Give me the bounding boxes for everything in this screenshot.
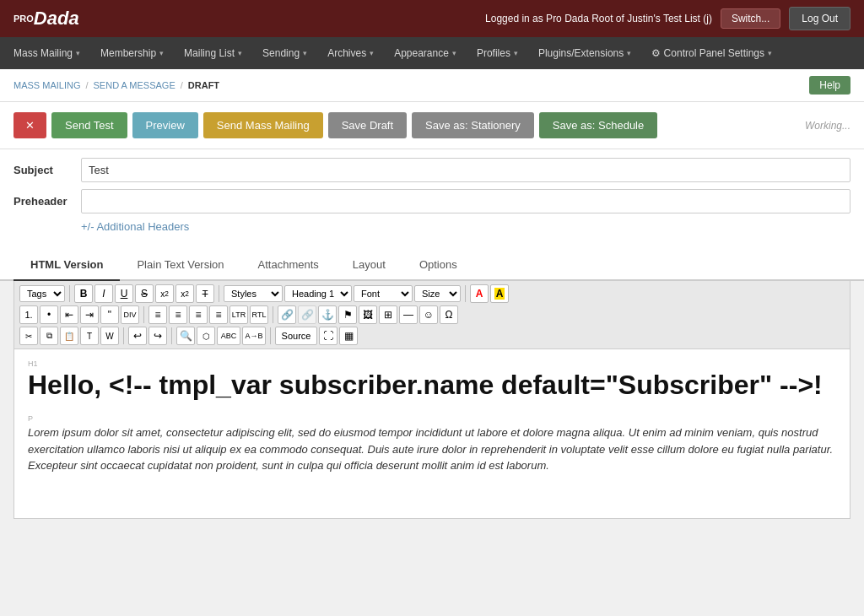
nav-mailing-list[interactable]: Mailing List ▾ <box>174 37 252 69</box>
remove-format-button[interactable]: T <box>196 284 214 303</box>
nav-archives[interactable]: Archives ▾ <box>317 37 384 69</box>
editor-content[interactable]: H1 Hello, <!-- tmpl_var subscriber.name … <box>14 349 850 518</box>
help-button[interactable]: Help <box>809 76 850 95</box>
heading-select[interactable]: Heading 1 <box>284 285 352 302</box>
nav-membership[interactable]: Membership ▾ <box>90 37 174 69</box>
text-color-button[interactable]: A <box>470 284 489 303</box>
preheader-row: Preheader <box>14 189 850 213</box>
table-button[interactable]: ⊞ <box>379 305 397 324</box>
special-char-button[interactable]: Ω <box>440 305 458 324</box>
nav-profiles[interactable]: Profiles ▾ <box>467 37 528 69</box>
chevron-down-icon: ▾ <box>452 49 456 57</box>
subject-label: Subject <box>14 164 81 176</box>
editor-heading: Hello, <!-- tmpl_var subscriber.name def… <box>28 370 836 401</box>
indent-button[interactable]: ⇥ <box>80 305 99 324</box>
tags-select[interactable]: Tags <box>19 285 65 302</box>
breadcrumb-item-mass-mailing[interactable]: MASS MAILING <box>14 80 80 90</box>
align-right-button[interactable]: ≡ <box>189 305 208 324</box>
find-button[interactable]: 🔍 <box>176 327 195 345</box>
ltr-button[interactable]: LTR <box>230 305 248 324</box>
tabs-bar: HTML Version Plain Text Version Attachme… <box>0 250 864 281</box>
paste-button[interactable]: 📋 <box>60 327 78 345</box>
nav-plugins[interactable]: Plugins/Extensions ▾ <box>528 37 641 69</box>
nav-mass-mailing[interactable]: Mass Mailing ▾ <box>3 37 90 69</box>
breadcrumb-item-send-message[interactable]: SEND A MESSAGE <box>94 80 176 90</box>
save-draft-button[interactable]: Save Draft <box>328 112 407 138</box>
styles-select[interactable]: Styles <box>224 285 283 302</box>
logo-pro: PRO <box>14 14 34 24</box>
superscript-button[interactable]: x2 <box>176 284 194 303</box>
nav-control-panel[interactable]: ⚙ Control Panel Settings ▾ <box>641 37 782 69</box>
strikethrough-button[interactable]: S <box>135 284 154 303</box>
underline-button[interactable]: U <box>115 284 133 303</box>
logout-button[interactable]: Log Out <box>789 7 850 30</box>
send-test-button[interactable]: Send Test <box>51 112 127 138</box>
unordered-list-button[interactable]: • <box>40 305 58 324</box>
subscript-button[interactable]: x2 <box>155 284 174 303</box>
preview-button[interactable]: Preview <box>132 112 198 138</box>
nav-appearance[interactable]: Appearance ▾ <box>384 37 467 69</box>
chevron-down-icon: ▾ <box>627 49 631 57</box>
size-select[interactable]: Size <box>414 285 461 302</box>
find-replace-button[interactable]: ⬡ <box>197 327 215 345</box>
redo-button[interactable]: ↪ <box>148 327 167 345</box>
paste-word-button[interactable]: W <box>100 327 119 345</box>
toolbar-row-3: ✂ ⧉ 📋 T W ↩ ↪ 🔍 ⬡ ABC A→B Source ⛶ ▦ <box>19 327 845 345</box>
replace-button[interactable]: A→B <box>242 327 266 345</box>
undo-button[interactable]: ↩ <box>128 327 147 345</box>
send-mass-mailing-button[interactable]: Send Mass Mailing <box>203 112 323 138</box>
italic-button[interactable]: I <box>94 284 113 303</box>
save-stationery-button[interactable]: Save as: Stationery <box>412 112 534 138</box>
toolbar-separator <box>270 327 271 344</box>
hr-button[interactable]: — <box>399 305 418 324</box>
tab-html-version[interactable]: HTML Version <box>14 250 120 281</box>
toolbar-separator <box>465 285 466 302</box>
blockquote-button[interactable]: " <box>100 305 119 324</box>
blocks-button[interactable]: ▦ <box>339 327 358 345</box>
image-button[interactable]: 🖼 <box>359 305 377 324</box>
align-center-button[interactable]: ≡ <box>169 305 187 324</box>
copy-button[interactable]: ⧉ <box>40 327 58 345</box>
tab-attachments[interactable]: Attachments <box>241 250 336 281</box>
align-justify-button[interactable]: ≡ <box>209 305 228 324</box>
bg-color-button[interactable]: A <box>490 284 509 303</box>
align-left-button[interactable]: ≡ <box>148 305 167 324</box>
switch-button[interactable]: Switch... <box>721 8 780 29</box>
emoji-button[interactable]: ☺ <box>419 305 438 324</box>
close-button[interactable]: ✕ <box>14 112 46 138</box>
breadcrumb: MASS MAILING / SEND A MESSAGE / DRAFT <box>14 80 219 90</box>
form-area: Subject Preheader +/- Additional Headers <box>0 149 864 250</box>
tab-options[interactable]: Options <box>402 250 474 281</box>
unlink-button[interactable]: 🔗 <box>298 305 316 324</box>
toolbar-row-2: 1. • ⇤ ⇥ " DIV ≡ ≡ ≡ ≡ LTR RTL 🔗 🔗 ⚓ ⚑ 🖼… <box>19 305 845 324</box>
fullscreen-button[interactable]: ⛶ <box>319 327 338 345</box>
logged-in-text: Logged in as Pro Dada Root of Justin's T… <box>485 13 712 24</box>
chevron-down-icon: ▾ <box>303 49 307 57</box>
font-select[interactable]: Font <box>354 285 413 302</box>
toolbar-separator <box>273 306 273 323</box>
outdent-button[interactable]: ⇤ <box>60 305 78 324</box>
div-button[interactable]: DIV <box>121 305 139 324</box>
additional-headers-toggle[interactable]: +/- Additional Headers <box>81 220 850 233</box>
ordered-list-button[interactable]: 1. <box>19 305 38 324</box>
anchor-button[interactable]: ⚓ <box>318 305 337 324</box>
chevron-down-icon: ▾ <box>768 49 772 57</box>
tab-layout[interactable]: Layout <box>336 250 402 281</box>
top-bar-right: Logged in as Pro Dada Root of Justin's T… <box>485 7 850 30</box>
spellcheck-button[interactable]: ABC <box>217 327 240 345</box>
paste-text-button[interactable]: T <box>80 327 99 345</box>
cut-button[interactable]: ✂ <box>19 327 38 345</box>
tab-plain-text[interactable]: Plain Text Version <box>120 250 240 281</box>
breadcrumb-bar: MASS MAILING / SEND A MESSAGE / DRAFT He… <box>0 69 864 102</box>
link-button[interactable]: 🔗 <box>278 305 296 324</box>
nav-sending[interactable]: Sending ▾ <box>252 37 317 69</box>
preheader-input[interactable] <box>81 189 850 213</box>
save-schedule-button[interactable]: Save as: Schedule <box>539 112 657 138</box>
source-button[interactable]: Source <box>275 327 317 345</box>
flag-button[interactable]: ⚑ <box>338 305 357 324</box>
action-bar: ✕ Send Test Preview Send Mass Mailing Sa… <box>0 102 864 149</box>
subject-input[interactable] <box>81 158 850 182</box>
rtl-button[interactable]: RTL <box>250 305 268 324</box>
bold-button[interactable]: B <box>74 284 93 303</box>
p-tag-label: P <box>28 414 836 423</box>
